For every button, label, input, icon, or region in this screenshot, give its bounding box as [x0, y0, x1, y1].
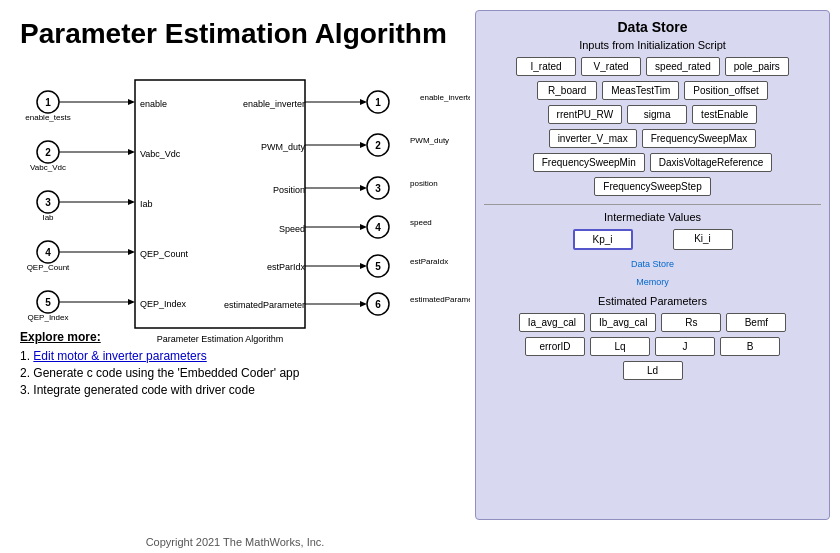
svg-marker-22 — [128, 249, 135, 255]
box-Rs: Rs — [661, 313, 721, 332]
svg-marker-41 — [360, 142, 367, 148]
ds-memory-label: Data StoreMemory — [484, 253, 821, 289]
explore-num-2: 2. — [20, 366, 33, 380]
svg-text:PWM_duty: PWM_duty — [261, 142, 306, 152]
page-title: Parameter Estimation Algorithm — [20, 18, 450, 50]
svg-text:5: 5 — [375, 261, 381, 272]
explore-text-3: Integrate generated code with driver cod… — [33, 383, 254, 397]
explore-title: Explore more: — [20, 330, 299, 344]
box-DaxisVoltageReference: DaxisVoltageReference — [650, 153, 773, 172]
svg-text:estimatedParameter: estimatedParameter — [224, 300, 305, 310]
svg-text:enable_inverter: enable_inverter — [243, 99, 305, 109]
box-J: J — [655, 337, 715, 356]
explore-num-1: 1. — [20, 349, 33, 363]
estimated-label: Estimated Parameters — [484, 295, 821, 307]
svg-text:estParIdx: estParIdx — [267, 262, 306, 272]
svg-marker-43 — [360, 185, 367, 191]
box-pole_pairs: pole_pairs — [725, 57, 789, 76]
svg-text:3: 3 — [375, 183, 381, 194]
svg-marker-18 — [128, 149, 135, 155]
svg-text:4: 4 — [45, 247, 51, 258]
input-row-1: I_rated V_rated speed_rated pole_pairs — [484, 57, 821, 76]
box-FrequencySweepStep: FrequencySweepStep — [594, 177, 710, 196]
svg-text:QEP_Index: QEP_Index — [28, 313, 69, 322]
box-Ia_avg_cal: Ia_avg_cal — [519, 313, 585, 332]
inputs-label: Inputs from Initialization Script — [484, 39, 821, 51]
svg-text:1: 1 — [375, 97, 381, 108]
estimated-section: Ia_avg_cal Ib_avg_cal Rs Bemf errorID Lq… — [484, 313, 821, 380]
inputs-grid: I_rated V_rated speed_rated pole_pairs R… — [484, 57, 821, 196]
svg-text:position: position — [410, 179, 438, 188]
box-I_rated: I_rated — [516, 57, 576, 76]
svg-marker-16 — [128, 99, 135, 105]
svg-text:Vabc_Vdc: Vabc_Vdc — [30, 163, 66, 172]
box-testEnable: testEnable — [692, 105, 757, 124]
svg-text:Speed: Speed — [279, 224, 305, 234]
intermediate-label: Intermediate Values — [484, 211, 821, 223]
box-Lq: Lq — [590, 337, 650, 356]
svg-text:6: 6 — [375, 299, 381, 310]
box-B: B — [720, 337, 780, 356]
svg-text:QEP_Count: QEP_Count — [140, 249, 189, 259]
explore-num-3: 3. — [20, 383, 33, 397]
svg-text:QEP_Count: QEP_Count — [27, 263, 70, 272]
svg-text:Position: Position — [273, 185, 305, 195]
svg-marker-39 — [360, 99, 367, 105]
box-Ld: Ld — [623, 361, 683, 380]
svg-marker-49 — [360, 301, 367, 307]
intermediate-section: Intermediate Values Kp_i Ki_i Data Store… — [484, 211, 821, 289]
box-sigma: sigma — [627, 105, 687, 124]
box-Ki_i: Ki_i — [673, 229, 733, 250]
svg-text:QEP_Index: QEP_Index — [140, 299, 187, 309]
svg-text:Vabc_Vdc: Vabc_Vdc — [140, 149, 181, 159]
footer: Copyright 2021 The MathWorks, Inc. — [0, 536, 470, 548]
est-row-3: Ld — [484, 361, 821, 380]
svg-marker-20 — [128, 199, 135, 205]
explore-item-3: 3. Integrate generated code with driver … — [20, 383, 299, 397]
svg-text:enable_inverter: enable_inverter — [420, 93, 470, 102]
svg-text:1: 1 — [45, 97, 51, 108]
svg-text:3: 3 — [45, 197, 51, 208]
spacer — [638, 229, 668, 250]
intermediate-row: Kp_i Ki_i — [484, 229, 821, 250]
diagram-svg: 1 enable_tests 2 Vabc_Vdc 3 Iab 4 QEP_Co… — [20, 70, 470, 360]
divider-1 — [484, 204, 821, 205]
est-row-1: Ia_avg_cal Ib_avg_cal Rs Bemf — [484, 313, 821, 332]
block-diagram: 1 enable_tests 2 Vabc_Vdc 3 Iab 4 QEP_Co… — [20, 70, 460, 350]
svg-text:estimatedParameter: estimatedParameter — [410, 295, 470, 304]
explore-item-2: 2. Generate c code using the 'Embedded C… — [20, 366, 299, 380]
svg-marker-47 — [360, 263, 367, 269]
svg-text:enable_tests: enable_tests — [25, 113, 70, 122]
svg-text:Iab: Iab — [140, 199, 153, 209]
data-store-title: Data Store — [484, 19, 821, 35]
ds-memory-text: Data StoreMemory — [631, 259, 674, 287]
explore-item-1: 1. Edit motor & inverter parameters — [20, 349, 299, 363]
svg-text:PWM_duty: PWM_duty — [410, 136, 449, 145]
svg-marker-45 — [360, 224, 367, 230]
box-Kp_i: Kp_i — [573, 229, 633, 250]
input-row-3: rrentPU_RW sigma testEnable — [484, 105, 821, 124]
svg-rect-25 — [135, 80, 305, 328]
box-MeasTestTim: MeasTestTim — [602, 81, 679, 100]
svg-text:estParaIdx: estParaIdx — [410, 257, 448, 266]
box-Position_offset: Position_offset — [684, 81, 767, 100]
box-Ib_avg_cal: Ib_avg_cal — [590, 313, 656, 332]
box-R_board: R_board — [537, 81, 597, 100]
box-FrequencySweepMax: FrequencySweepMax — [642, 129, 757, 148]
box-errorID: errorID — [525, 337, 585, 356]
input-row-6: FrequencySweepStep — [484, 177, 821, 196]
svg-text:4: 4 — [375, 222, 381, 233]
left-panel: Parameter Estimation Algorithm 1 enable_… — [0, 0, 470, 553]
input-row-2: R_board MeasTestTim Position_offset — [484, 81, 821, 100]
box-inverter_V_max: inverter_V_max — [549, 129, 637, 148]
svg-text:2: 2 — [45, 147, 51, 158]
svg-text:speed: speed — [410, 218, 432, 227]
svg-text:Iab: Iab — [42, 213, 54, 222]
svg-text:5: 5 — [45, 297, 51, 308]
right-panel: Data Store Inputs from Initialization Sc… — [475, 10, 830, 520]
box-V_rated: V_rated — [581, 57, 641, 76]
explore-link-1[interactable]: Edit motor & inverter parameters — [33, 349, 206, 363]
input-row-5: FrequencySweepMin DaxisVoltageReference — [484, 153, 821, 172]
explore-text-2: Generate c code using the 'Embedded Code… — [33, 366, 299, 380]
svg-text:2: 2 — [375, 140, 381, 151]
